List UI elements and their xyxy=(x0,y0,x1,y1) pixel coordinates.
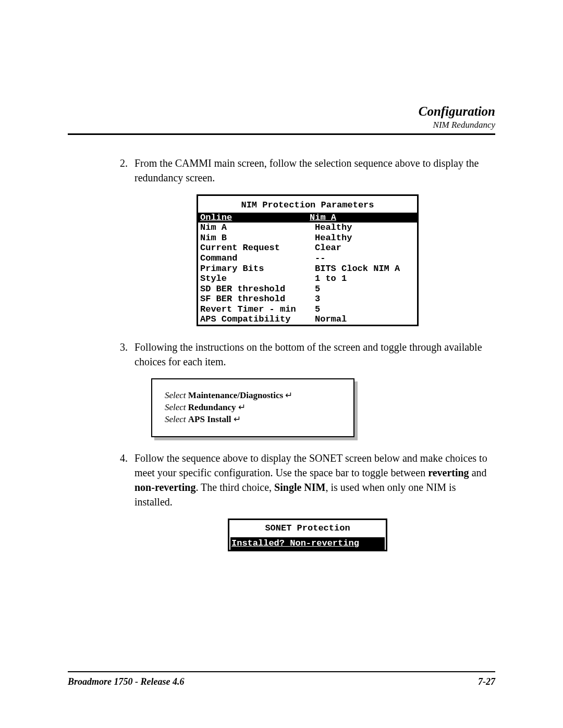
nim-row-value: BITS Clock NIM A xyxy=(315,264,400,274)
page-header: Configuration NIM Redundancy xyxy=(68,104,495,130)
nim-row-label: Nim A xyxy=(200,223,315,233)
content-area: 2. From the CAMMI main screen, follow th… xyxy=(120,156,495,551)
nim-row: OnlineNim A xyxy=(198,213,417,223)
nim-row-label: Current Request xyxy=(200,243,315,253)
nim-row-value: -- xyxy=(315,253,325,264)
nim-title: NIM Protection Parameters xyxy=(198,196,417,213)
nim-row-value: 3 xyxy=(315,294,320,304)
nim-row: SD BER threshold5 xyxy=(198,284,417,294)
nim-row: SF BER threshold3 xyxy=(198,294,417,304)
sonet-value: Non-reverting xyxy=(290,538,359,548)
sonet-protection-box: SONET Protection Installed? Non-revertin… xyxy=(228,519,387,552)
nim-row-value: Clear xyxy=(315,243,341,253)
nim-row-label: Primary Bits xyxy=(200,264,315,274)
page-footer: Broadmore 1750 - Release 4.6 7-27 xyxy=(68,667,495,687)
nim-row-label: Revert Timer - min xyxy=(200,304,315,315)
step-number: 4. xyxy=(120,451,134,509)
select-line: Select Maintenance/Diagnostics ↵ xyxy=(165,390,341,402)
nim-row-value: Nim A xyxy=(310,213,415,223)
nim-row-value: Healthy xyxy=(315,233,352,243)
nim-row-label: APS Compatibility xyxy=(200,314,315,325)
nim-row: Revert Timer - min5 xyxy=(198,304,417,315)
nim-row-label: SF BER threshold xyxy=(200,294,315,304)
nim-row-label: Command xyxy=(200,253,315,264)
nim-row: Primary BitsBITS Clock NIM A xyxy=(198,264,417,274)
step-text: Follow the sequence above to display the… xyxy=(134,451,495,509)
step-text: From the CAMMI main screen, follow the s… xyxy=(134,156,495,185)
step-2: 2. From the CAMMI main screen, follow th… xyxy=(120,156,495,185)
header-subtitle: NIM Redundancy xyxy=(68,120,495,130)
nim-row-value: 5 xyxy=(315,284,320,294)
nim-row-value: Healthy xyxy=(315,223,352,233)
nim-row-label: SD BER threshold xyxy=(200,284,315,294)
enter-icon: ↵ xyxy=(285,390,292,400)
nim-row: Nim BHealthy xyxy=(198,233,417,243)
nim-row: Current RequestClear xyxy=(198,243,417,253)
nim-row-label: Nim B xyxy=(200,233,315,243)
step-4: 4. Follow the sequence above to display … xyxy=(120,451,495,509)
footer-rule xyxy=(68,671,495,672)
select-sequence-box: Select Maintenance/Diagnostics ↵Select R… xyxy=(151,378,354,437)
nim-row: Command-- xyxy=(198,253,417,264)
step-number: 3. xyxy=(120,340,134,369)
enter-icon: ↵ xyxy=(234,414,241,424)
step-number: 2. xyxy=(120,156,134,185)
nim-parameters-box: NIM Protection Parameters OnlineNim ANim… xyxy=(197,194,419,326)
select-line: Select Redundancy ↵ xyxy=(165,402,341,414)
footer-left: Broadmore 1750 - Release 4.6 xyxy=(68,676,184,687)
nim-row-value: 1 to 1 xyxy=(315,274,347,284)
sonet-label: Installed? xyxy=(231,538,285,548)
nim-row-value: 5 xyxy=(315,304,320,315)
nim-row: APS CompatibilityNormal xyxy=(198,314,417,325)
step-3: 3. Following the instructions on the bot… xyxy=(120,340,495,369)
footer-right: 7-27 xyxy=(478,676,495,687)
nim-row: Style1 to 1 xyxy=(198,274,417,284)
nim-row-value: Normal xyxy=(315,314,347,325)
sonet-row: Installed? Non-reverting xyxy=(229,537,386,550)
nim-row: Nim AHealthy xyxy=(198,223,417,233)
header-rule xyxy=(68,133,495,135)
header-title: Configuration xyxy=(68,104,495,119)
enter-icon: ↵ xyxy=(238,402,246,412)
sonet-title: SONET Protection xyxy=(229,520,386,538)
nim-row-label: Style xyxy=(200,274,315,284)
step-text: Following the instructions on the bottom… xyxy=(134,340,495,369)
nim-row-label: Online xyxy=(200,213,310,223)
select-line: Select APS Install ↵ xyxy=(165,414,341,426)
